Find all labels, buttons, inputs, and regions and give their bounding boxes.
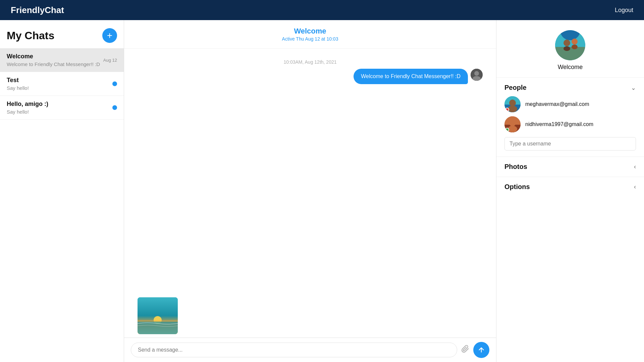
sidebar-title: My Chats bbox=[7, 29, 54, 42]
chat-item-name: Hello, amigo :) bbox=[7, 101, 112, 108]
username-input[interactable] bbox=[504, 137, 636, 150]
app-logo: FriendlyChat bbox=[11, 5, 64, 15]
chat-item-preview: Welcome to Friendly Chat Messenger!! :D bbox=[7, 61, 103, 67]
people-section-title: People bbox=[504, 84, 527, 92]
svg-point-25 bbox=[508, 126, 517, 132]
svg-point-1 bbox=[474, 71, 479, 76]
chat-title: Welcome bbox=[131, 27, 489, 36]
avatar bbox=[471, 69, 483, 81]
chat-item-date: Aug 12 bbox=[103, 58, 117, 63]
svg-point-19 bbox=[509, 100, 516, 106]
chat-item-content: Hello, amigo :) Say hello! bbox=[7, 101, 112, 115]
chat-item-content: Welcome Welcome to Friendly Chat Messeng… bbox=[7, 53, 103, 67]
sidebar-header: My Chats + bbox=[0, 20, 124, 48]
message-row: Welcome to Friendly Chat Messenger!! :D bbox=[138, 69, 483, 84]
photos-chevron-icon: ‹ bbox=[634, 163, 636, 170]
chat-item-name: Welcome bbox=[7, 53, 103, 60]
logout-button[interactable]: Logout bbox=[615, 7, 633, 14]
send-button[interactable] bbox=[473, 342, 489, 358]
right-panel: Welcome People ⌄ bbox=[496, 20, 644, 362]
unread-indicator bbox=[112, 105, 117, 110]
chat-item-content: Test Say hello! bbox=[7, 77, 112, 91]
chat-item[interactable]: Hello, amigo :) Say hello! bbox=[0, 96, 124, 120]
person-avatar bbox=[504, 116, 521, 132]
chat-list: Welcome Welcome to Friendly Chat Messeng… bbox=[0, 48, 124, 362]
person-email: meghavermax@gmail.com bbox=[525, 101, 589, 107]
svg-point-20 bbox=[508, 106, 517, 112]
group-name: Welcome bbox=[558, 64, 583, 71]
people-chevron-icon: ⌄ bbox=[631, 84, 636, 92]
svg-point-13 bbox=[564, 46, 570, 51]
sidebar: My Chats + Welcome Welcome to Friendly C… bbox=[0, 20, 124, 362]
svg-point-14 bbox=[572, 39, 578, 45]
options-section-title: Options bbox=[504, 183, 530, 191]
chat-item-preview: Say hello! bbox=[7, 85, 112, 91]
options-chevron-icon: ‹ bbox=[634, 183, 636, 190]
svg-rect-11 bbox=[555, 47, 585, 60]
add-chat-button[interactable]: + bbox=[102, 28, 117, 43]
date-divider: 10:03AM, Aug 12th, 2021 bbox=[138, 59, 483, 65]
chat-item[interactable]: Welcome Welcome to Friendly Chat Messeng… bbox=[0, 48, 124, 72]
messages-area: 10:03AM, Aug 12th, 2021 Welcome to Frien… bbox=[124, 49, 496, 294]
person-status-dot bbox=[505, 108, 509, 112]
chat-item-name: Test bbox=[7, 77, 112, 84]
message-input[interactable] bbox=[131, 343, 457, 357]
options-section-header[interactable]: Options ‹ bbox=[504, 183, 636, 191]
chat-header: Welcome Active Thu Aug 12 at 10:03 bbox=[124, 20, 496, 49]
person-status-dot bbox=[505, 128, 509, 132]
person-item[interactable]: meghavermax@gmail.com bbox=[504, 96, 636, 112]
chat-item[interactable]: Test Say hello! bbox=[0, 72, 124, 96]
svg-point-12 bbox=[564, 40, 570, 46]
options-section: Options ‹ bbox=[496, 177, 644, 197]
person-email: nidhiverma1997@gmail.com bbox=[525, 121, 593, 127]
chat-item-meta bbox=[112, 105, 117, 110]
people-section-header[interactable]: People ⌄ bbox=[504, 84, 636, 92]
attachment-image bbox=[138, 297, 178, 334]
right-panel-top: Welcome bbox=[496, 20, 644, 77]
app-header: FriendlyChat Logout bbox=[0, 0, 644, 20]
person-item[interactable]: nidhiverma1997@gmail.com bbox=[504, 116, 636, 132]
svg-point-24 bbox=[509, 120, 516, 126]
message-bubble: Welcome to Friendly Chat Messenger!! :D bbox=[354, 69, 468, 84]
attach-button[interactable] bbox=[461, 345, 469, 355]
people-list: meghavermax@gmail.com nidhiverma1997@gm bbox=[504, 96, 636, 132]
chat-status: Active Thu Aug 12 at 10:03 bbox=[131, 36, 489, 42]
photos-section-title: Photos bbox=[504, 163, 527, 171]
people-section: People ⌄ meghavermax@g bbox=[496, 77, 644, 157]
photos-section-header[interactable]: Photos ‹ bbox=[504, 163, 636, 171]
chat-area: Welcome Active Thu Aug 12 at 10:03 10:03… bbox=[124, 20, 496, 362]
chat-item-meta: Aug 12 bbox=[103, 58, 117, 63]
message-input-area bbox=[124, 338, 496, 362]
unread-indicator bbox=[112, 81, 117, 86]
person-avatar bbox=[504, 96, 521, 112]
svg-rect-6 bbox=[138, 320, 178, 322]
svg-point-15 bbox=[572, 45, 578, 49]
photos-section: Photos ‹ bbox=[496, 157, 644, 177]
main-layout: My Chats + Welcome Welcome to Friendly C… bbox=[0, 20, 644, 362]
chat-item-meta bbox=[112, 81, 117, 86]
group-avatar bbox=[555, 30, 585, 60]
chat-item-preview: Say hello! bbox=[7, 109, 112, 115]
attachment-preview bbox=[124, 294, 496, 338]
